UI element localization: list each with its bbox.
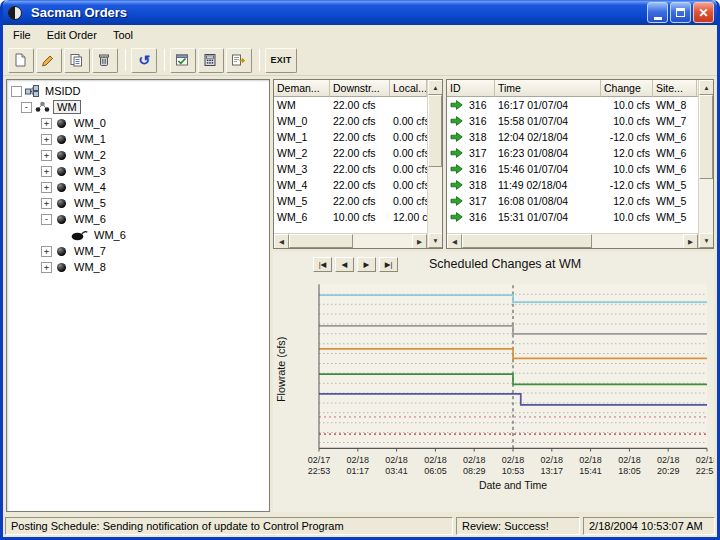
expand-icon[interactable]: + bbox=[41, 198, 52, 209]
table-row[interactable]: WM_522.00 cfs0.00 cfs bbox=[274, 193, 427, 209]
main-area: MSIDD - WM +WM_0+WM_1+WM_2+WM_3+WM_4+WM_… bbox=[3, 76, 717, 515]
table-row[interactable]: 31616:17 01/07/0410.0 cfsWM_8 bbox=[447, 97, 698, 113]
tree-item-wm_6-leaf[interactable]: WM_6 bbox=[7, 227, 269, 243]
column-header[interactable]: Local... bbox=[390, 80, 427, 97]
root-expander[interactable] bbox=[11, 86, 22, 97]
tree-item-label: WM_4 bbox=[71, 181, 109, 193]
scroll-down-icon[interactable]: ▼ bbox=[699, 233, 714, 248]
chart-nav-last-button[interactable]: ▶| bbox=[379, 257, 398, 272]
scroll-right-icon[interactable]: ▶ bbox=[683, 234, 698, 249]
table-row[interactable]: WM_222.00 cfs0.00 cfs bbox=[274, 145, 427, 161]
column-header[interactable]: ID bbox=[447, 80, 495, 97]
scrollbar-track[interactable] bbox=[353, 234, 412, 248]
copy-order-button[interactable] bbox=[64, 48, 90, 73]
chart-nav-first-button[interactable]: |◀ bbox=[313, 257, 332, 272]
tree-item-msidd[interactable]: MSIDD bbox=[7, 83, 269, 99]
tree-item-wm_3[interactable]: +WM_3 bbox=[7, 163, 269, 179]
svg-text:08:29: 08:29 bbox=[463, 466, 486, 476]
scrollbar-track[interactable] bbox=[592, 234, 683, 248]
expand-icon[interactable]: + bbox=[41, 118, 52, 129]
table-row[interactable]: 31716:23 01/08/0412.0 cfsWM_6 bbox=[447, 145, 698, 161]
scroll-up-icon[interactable]: ▲ bbox=[428, 80, 443, 95]
undo-button[interactable]: ↺ bbox=[131, 48, 157, 73]
scrollbar-track[interactable] bbox=[428, 167, 442, 233]
table-row[interactable]: WM_022.00 cfs0.00 cfs bbox=[274, 113, 427, 129]
table-row[interactable]: 31716:08 01/08/0412.0 cfsWM_5 bbox=[447, 193, 698, 209]
menu-item-tool[interactable]: Tool bbox=[105, 27, 141, 44]
maximize-button[interactable] bbox=[670, 2, 691, 23]
cell: 316 bbox=[447, 210, 495, 224]
post-schedule-button[interactable] bbox=[226, 48, 252, 73]
column-header[interactable]: Downstr... bbox=[330, 80, 390, 97]
menu-item-file[interactable]: File bbox=[5, 27, 39, 44]
table-row[interactable]: WM_122.00 cfs0.00 cfs bbox=[274, 129, 427, 145]
tree-item-wm_5[interactable]: +WM_5 bbox=[7, 195, 269, 211]
collapse-icon[interactable]: - bbox=[21, 102, 32, 113]
expand-icon[interactable]: + bbox=[41, 246, 52, 257]
delete-order-button[interactable] bbox=[92, 48, 118, 73]
column-header[interactable]: Time bbox=[495, 80, 601, 97]
schedule-hscrollbar[interactable]: ◀ ▶ bbox=[447, 233, 698, 248]
schedule-vscrollbar[interactable]: ▲ ▼ bbox=[698, 80, 713, 248]
new-order-button[interactable] bbox=[8, 48, 34, 73]
close-button[interactable]: ✕ bbox=[693, 2, 714, 23]
copy-icon bbox=[68, 52, 84, 68]
node-icon bbox=[57, 119, 66, 128]
tree-item-wm_7[interactable]: +WM_7 bbox=[7, 243, 269, 259]
chart-nav-prev-button[interactable]: ◀ bbox=[335, 257, 354, 272]
scroll-up-icon[interactable]: ▲ bbox=[699, 80, 714, 95]
tree-item-wm_4[interactable]: +WM_4 bbox=[7, 179, 269, 195]
status-posting: Posting Schedule: Sending notification o… bbox=[5, 517, 453, 535]
table-row[interactable]: WM_422.00 cfs0.00 cfs bbox=[274, 177, 427, 193]
chart-nav-next-button[interactable]: ▶ bbox=[357, 257, 376, 272]
table-row[interactable]: WM22.00 cfs bbox=[274, 97, 427, 113]
green-arrow-icon bbox=[450, 116, 463, 126]
table-row[interactable]: 31615:58 01/07/0410.0 cfsWM_7 bbox=[447, 113, 698, 129]
calculator-button[interactable] bbox=[198, 48, 224, 73]
tree-item-wm_1[interactable]: +WM_1 bbox=[7, 131, 269, 147]
expand-icon[interactable]: + bbox=[41, 182, 52, 193]
scrollbar-thumb[interactable] bbox=[428, 95, 442, 167]
expand-icon[interactable]: + bbox=[41, 134, 52, 145]
tree-item-wm_0[interactable]: +WM_0 bbox=[7, 115, 269, 131]
table-row[interactable]: 31812:04 02/18/04-12.0 cfsWM_6 bbox=[447, 129, 698, 145]
minimize-button[interactable] bbox=[647, 2, 668, 23]
table-row[interactable]: 31615:31 01/07/0410.0 cfsWM_5 bbox=[447, 209, 698, 225]
table-row[interactable]: WM_322.00 cfs0.00 cfs bbox=[274, 161, 427, 177]
tree-item-label: WM_6 bbox=[71, 213, 109, 225]
review-orders-button[interactable] bbox=[170, 48, 196, 73]
tree-item-wm_8[interactable]: +WM_8 bbox=[7, 259, 269, 275]
collapse-icon[interactable]: - bbox=[41, 214, 52, 225]
tree-item-wm[interactable]: - WM bbox=[7, 99, 269, 115]
scrollbar-thumb[interactable] bbox=[699, 95, 713, 179]
exit-button[interactable]: EXIT bbox=[265, 48, 297, 73]
column-header[interactable]: Change bbox=[601, 80, 653, 97]
scroll-left-icon[interactable]: ◀ bbox=[274, 234, 289, 249]
tree-item-label: WM_1 bbox=[71, 133, 109, 145]
table-row[interactable]: 31811:49 02/18/04-12.0 cfsWM_5 bbox=[447, 177, 698, 193]
scroll-right-icon[interactable]: ▶ bbox=[412, 234, 427, 249]
cell: 22.00 cfs bbox=[330, 146, 390, 160]
demand-hscrollbar[interactable]: ◀ ▶ bbox=[274, 233, 427, 248]
table-row[interactable]: 31615:46 01/07/0410.0 cfsWM_6 bbox=[447, 161, 698, 177]
node-icon bbox=[57, 135, 66, 144]
column-header[interactable]: Site... bbox=[653, 80, 697, 97]
scrollbar-thumb[interactable] bbox=[462, 234, 592, 248]
expand-icon[interactable]: + bbox=[41, 262, 52, 273]
tree-item-wm_2[interactable]: +WM_2 bbox=[7, 147, 269, 163]
expand-icon[interactable]: + bbox=[41, 150, 52, 161]
scrollbar-thumb[interactable] bbox=[289, 234, 353, 248]
demand-vscrollbar[interactable]: ▲ ▼ bbox=[427, 80, 442, 248]
scrollbar-track[interactable] bbox=[699, 179, 713, 233]
table-row[interactable]: WM_610.00 cfs12.00 cfs bbox=[274, 209, 427, 225]
node-icon bbox=[57, 247, 66, 256]
column-header[interactable]: Deman... bbox=[274, 80, 330, 97]
edit-order-button[interactable] bbox=[36, 48, 62, 73]
tree-item-wm_6[interactable]: -WM_6 bbox=[7, 211, 269, 227]
scroll-left-icon[interactable]: ◀ bbox=[447, 234, 462, 249]
menu-item-edit-order[interactable]: Edit Order bbox=[39, 27, 105, 44]
expand-icon[interactable]: + bbox=[41, 166, 52, 177]
scroll-down-icon[interactable]: ▼ bbox=[428, 233, 443, 248]
cell: 22.00 cfs bbox=[330, 162, 390, 176]
node-icon bbox=[57, 183, 66, 192]
